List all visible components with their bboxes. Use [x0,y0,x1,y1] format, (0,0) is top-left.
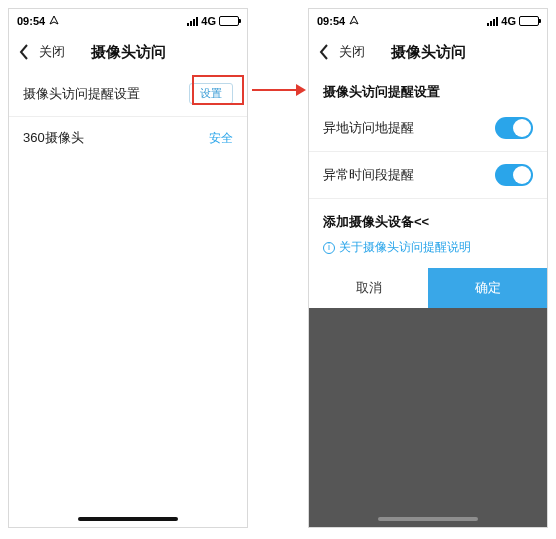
row-label: 摄像头访问提醒设置 [23,85,189,103]
toggle-switch[interactable] [495,164,533,186]
row-label: 360摄像头 [23,129,209,147]
svg-marker-1 [296,84,306,96]
add-device-link[interactable]: 添加摄像头设备<< [309,199,547,235]
info-link[interactable]: i 关于摄像头访问提醒说明 [309,235,547,268]
home-indicator [378,517,478,521]
arrow-icon [252,80,306,100]
home-indicator [78,517,178,521]
confirm-bar: 取消 确定 [309,268,547,308]
battery-icon [519,16,539,26]
nav-bar: 关闭 摄像头访问 [9,33,247,71]
status-bar: 09:54 4G [309,9,547,33]
phone-left: 09:54 4G 关闭 摄像头访问 摄像头访问提醒设置 设置 [8,8,248,528]
back-button[interactable] [309,33,339,71]
row-value: 安全 [209,130,233,147]
phone-right: 09:54 4G 关闭 摄像头访问 摄像头访问提醒设置 异地访问地提醒 [308,8,548,528]
nav-bar: 关闭 摄像头访问 [309,33,547,71]
signal-icon [187,17,198,26]
confirm-button[interactable]: 确定 [428,268,547,308]
location-icon [349,15,359,27]
location-icon [49,15,59,27]
status-network: 4G [501,15,516,27]
status-network: 4G [201,15,216,27]
back-button[interactable] [9,33,39,71]
toggle-label: 异常时间段提醒 [323,166,495,184]
close-button[interactable]: 关闭 [339,43,365,61]
toggle-label: 异地访问地提醒 [323,119,495,137]
backdrop [309,308,547,527]
cancel-button[interactable]: 取消 [309,268,428,308]
signal-icon [487,17,498,26]
status-bar: 09:54 4G [9,9,247,33]
status-time: 09:54 [317,15,345,27]
info-icon: i [323,242,335,254]
battery-icon [219,16,239,26]
row-alert-settings: 摄像头访问提醒设置 设置 [9,71,247,117]
section-header: 摄像头访问提醒设置 [309,71,547,105]
toggle-switch[interactable] [495,117,533,139]
row-360-camera[interactable]: 360摄像头 安全 [9,117,247,159]
toggle-row-remote-access: 异地访问地提醒 [309,105,547,152]
settings-button[interactable]: 设置 [189,83,233,104]
toggle-row-abnormal-time: 异常时间段提醒 [309,152,547,199]
status-time: 09:54 [17,15,45,27]
close-button[interactable]: 关闭 [39,43,65,61]
info-link-text: 关于摄像头访问提醒说明 [339,239,471,256]
